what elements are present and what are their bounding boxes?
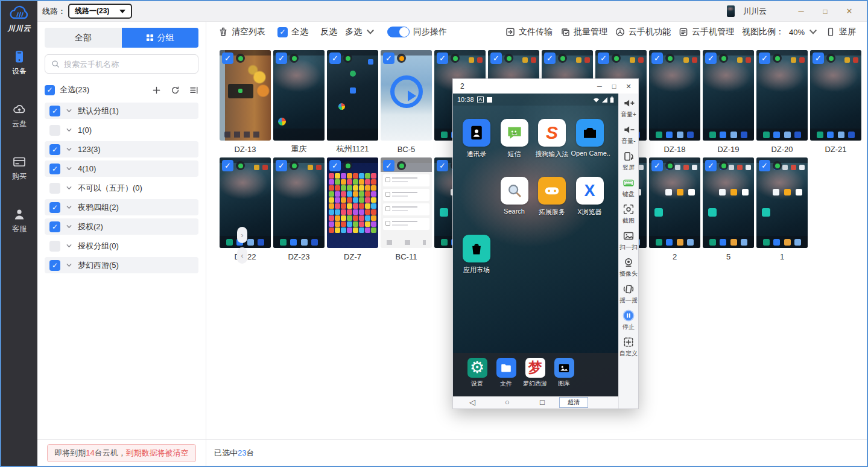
phone-tool-webcam[interactable]: 摄像头 xyxy=(619,256,638,282)
device-card[interactable]: DZ-23 xyxy=(273,157,325,265)
line-selector[interactable]: 线路一(23) xyxy=(68,4,132,19)
phone-app-camera[interactable]: Open Came.. xyxy=(571,119,609,157)
add-group-icon[interactable] xyxy=(152,86,161,95)
device-checkbox[interactable] xyxy=(705,52,717,64)
phone-tool-crop[interactable]: 截图 xyxy=(622,203,635,229)
device-card[interactable]: 2 xyxy=(649,157,700,265)
tab-group[interactable]: 分组 xyxy=(122,28,199,48)
nav-recent-button[interactable]: □ xyxy=(536,396,548,408)
device-card[interactable]: 重庆 xyxy=(273,50,325,157)
chevron-down-icon[interactable] xyxy=(66,185,72,191)
chevron-down-icon[interactable] xyxy=(66,165,72,172)
device-thumbnail[interactable] xyxy=(810,50,861,141)
device-checkbox[interactable] xyxy=(598,52,609,64)
device-card[interactable]: 5 xyxy=(703,157,754,265)
dock-app-gear[interactable]: ⚙设置 xyxy=(463,358,492,396)
device-card[interactable]: DZ-20 xyxy=(756,50,808,157)
phone-tool-vol-up[interactable]: 音量+ xyxy=(621,97,636,123)
group-item[interactable]: 授权分组(0) xyxy=(45,238,198,254)
phone-app-contacts[interactable]: 通讯录 xyxy=(458,119,495,159)
phone-minimize-button[interactable]: ─ xyxy=(592,83,607,91)
group-checkbox[interactable] xyxy=(49,202,60,213)
device-checkbox[interactable] xyxy=(705,160,717,171)
device-card[interactable]: DZ-7 xyxy=(327,157,378,265)
device-checkbox[interactable] xyxy=(276,160,287,171)
device-thumbnail[interactable] xyxy=(327,157,378,248)
group-item[interactable]: 夜鸦四组(2) xyxy=(45,199,198,215)
device-checkbox[interactable] xyxy=(276,52,287,64)
clear-list-button[interactable]: 清空列表 xyxy=(218,27,265,37)
device-checkbox[interactable] xyxy=(759,160,770,171)
search-input[interactable] xyxy=(64,60,192,69)
select-all-toggle[interactable]: 全选 xyxy=(277,27,308,37)
device-thumbnail[interactable] xyxy=(756,157,808,248)
group-item[interactable]: 梦幻西游(5) xyxy=(45,257,198,273)
search-box[interactable] xyxy=(45,54,198,74)
device-checkbox[interactable] xyxy=(383,160,394,171)
device-thumbnail[interactable] xyxy=(220,50,271,141)
group-checkbox[interactable] xyxy=(49,183,60,194)
chevron-down-icon[interactable] xyxy=(66,223,72,230)
toolbar-select-all-checkbox[interactable] xyxy=(277,27,288,37)
device-card[interactable]: DZ-18 xyxy=(649,50,700,157)
group-checkbox[interactable] xyxy=(49,164,60,174)
dock-app-mhxy[interactable]: 梦梦幻西游 xyxy=(521,358,550,396)
group-checkbox[interactable] xyxy=(49,260,60,271)
group-item[interactable]: 默认分组(1) xyxy=(45,103,198,119)
group-item[interactable]: 1(0) xyxy=(45,122,198,138)
device-card[interactable]: 1 xyxy=(756,157,808,265)
sidebar-item-buy[interactable]: 购买 xyxy=(12,154,27,182)
batch-manage-button[interactable]: 批量管理 xyxy=(560,27,607,37)
device-thumbnail[interactable] xyxy=(381,50,432,141)
nav-home-button[interactable]: ○ xyxy=(501,396,513,408)
device-checkbox[interactable] xyxy=(813,52,824,64)
chevron-down-icon[interactable] xyxy=(66,243,72,249)
maximize-button[interactable]: □ xyxy=(817,7,833,16)
phone-tool-vol-down[interactable]: 音量- xyxy=(621,123,635,150)
chevron-down-icon[interactable] xyxy=(66,127,72,133)
device-checkbox[interactable] xyxy=(544,52,556,64)
dock-app-folder[interactable]: 文件 xyxy=(492,358,521,396)
group-item[interactable]: 授权(2) xyxy=(45,218,198,235)
portrait-mode-button[interactable]: 竖屏 xyxy=(826,27,856,37)
chevron-down-icon[interactable] xyxy=(66,204,72,211)
phone-app-xletter[interactable]: XX浏览器 xyxy=(571,177,609,217)
sidebar-item-service[interactable]: 客服 xyxy=(12,207,27,234)
group-item[interactable]: 不可以（五开）(0) xyxy=(45,180,198,196)
dock-app-gallery[interactable]: 图库 xyxy=(550,358,578,396)
group-item[interactable]: 123(3) xyxy=(45,141,198,157)
device-thumbnail[interactable] xyxy=(381,157,432,248)
phone-app-gamepad[interactable]: 拓展服务 xyxy=(533,177,571,217)
file-transfer-button[interactable]: 文件传输 xyxy=(505,27,553,37)
chevron-down-icon[interactable] xyxy=(66,262,72,268)
phone-tool-stop[interactable]: 停止 xyxy=(622,309,635,335)
group-checkbox[interactable] xyxy=(49,144,60,155)
device-checkbox[interactable] xyxy=(329,52,341,64)
nav-back-button[interactable]: ◁ xyxy=(466,396,478,408)
cloud-functions-button[interactable]: 云手机功能 xyxy=(615,27,671,37)
phone-maximize-button[interactable]: □ xyxy=(607,83,621,91)
phone-screen[interactable]: 10:38 A 通讯录短信S搜狗输入法Open Came..Search拓展服务… xyxy=(453,94,618,408)
device-thumbnail[interactable] xyxy=(703,50,754,141)
tab-all[interactable]: 全部 xyxy=(45,28,122,48)
group-checkbox[interactable] xyxy=(49,221,60,232)
device-card[interactable]: DZ-21 xyxy=(810,50,861,157)
phone-tool-keyboard[interactable]: 键盘 xyxy=(622,176,635,203)
select-all-checkbox[interactable] xyxy=(45,85,55,95)
close-button[interactable]: ✕ xyxy=(841,7,857,16)
group-checkbox[interactable] xyxy=(49,125,60,136)
device-thumbnail[interactable] xyxy=(649,50,700,141)
device-checkbox[interactable] xyxy=(490,52,502,64)
device-thumbnail[interactable] xyxy=(756,50,808,141)
phone-tool-shake[interactable]: 摇一摇 xyxy=(619,282,638,309)
device-checkbox[interactable] xyxy=(329,160,341,171)
sidebar-item-clouddisk[interactable]: 云盘 xyxy=(12,102,27,129)
device-checkbox[interactable] xyxy=(759,52,770,64)
minimize-button[interactable]: ─ xyxy=(793,7,809,16)
phone-window-titlebar[interactable]: 2 ─ □ ✕ xyxy=(453,79,638,94)
phone-app-market[interactable]: 应用市场 xyxy=(458,235,495,275)
phone-app-sms[interactable]: 短信 xyxy=(496,119,533,159)
group-checkbox[interactable] xyxy=(49,241,60,252)
invert-select-button[interactable]: 反选 xyxy=(320,27,337,37)
collapse-list-icon[interactable] xyxy=(189,86,198,95)
